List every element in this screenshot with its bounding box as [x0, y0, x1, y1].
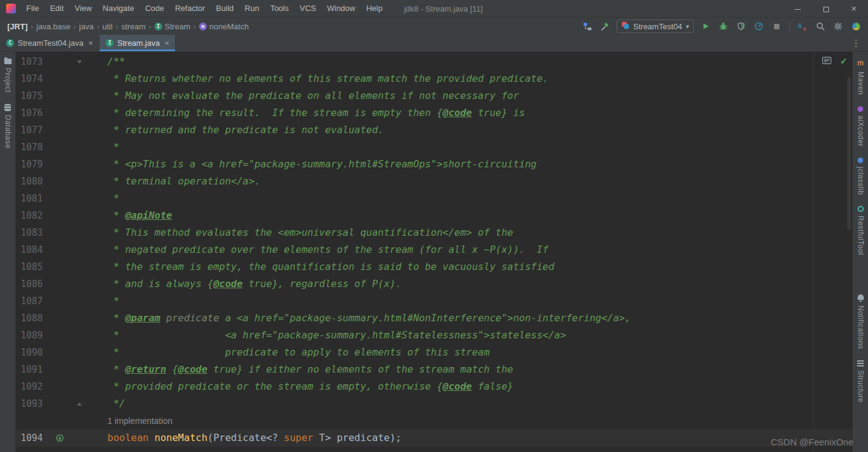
close-icon[interactable]: × [89, 38, 93, 48]
menu-item-navigate[interactable]: Navigate [97, 0, 139, 17]
line-number[interactable]: 1077 [16, 122, 48, 139]
code-text: boolean noneMatch(Predicate<? super T> p… [87, 429, 852, 447]
menu-item-tools[interactable]: Tools [265, 0, 294, 17]
line-number[interactable]: 1078 [16, 139, 48, 156]
tool-button-jclasslib[interactable]: jclasslib [856, 158, 865, 195]
editor[interactable]: 1073/**1074 * Returns whether no element… [16, 52, 852, 452]
line-number[interactable]: 1092 [16, 378, 48, 395]
fold-end-icon[interactable] [72, 395, 87, 412]
line-number[interactable]: 1074 [16, 70, 48, 87]
breadcrumb-item-stream[interactable]: IStream [154, 22, 190, 31]
close-icon[interactable]: × [165, 38, 170, 48]
menu-item-build[interactable]: Build [211, 0, 239, 17]
minimize-button[interactable] [784, 0, 812, 17]
breadcrumb-item-util[interactable]: util [103, 22, 113, 31]
breadcrumb-item-java[interactable]: java [79, 22, 94, 31]
code-text: */ [87, 395, 852, 412]
line-number[interactable]: 1093 [16, 395, 48, 412]
scrollbar[interactable] [847, 78, 851, 230]
code-line: 1089 * <a href="package-summary.html#Sta… [16, 327, 852, 344]
gutter-slot [48, 87, 72, 104]
debug-button[interactable] [717, 20, 729, 32]
code-segment: @code [443, 381, 472, 392]
stop-button[interactable] [770, 20, 783, 32]
fold-column [72, 327, 87, 344]
tool-button-project[interactable]: Project [4, 57, 12, 93]
more-options-icon[interactable]: ⋮ [844, 35, 868, 51]
chevron-right-icon: › [193, 22, 196, 31]
run-button[interactable] [700, 20, 712, 32]
search-everywhere-button[interactable] [814, 20, 826, 32]
run-config-select[interactable]: StreamTest04 ▾ [617, 20, 694, 33]
line-number[interactable]: 1090 [16, 344, 48, 361]
code-text: * determining the result. If the stream … [87, 104, 852, 122]
menu-item-edit[interactable]: Edit [45, 0, 69, 17]
line-number[interactable]: 1088 [16, 310, 48, 327]
tool-button-label: aiXcoder [856, 115, 865, 147]
fold-column [72, 139, 87, 156]
line-number[interactable]: 1076 [16, 104, 48, 122]
code-segment: true} if either no elements of the strea… [208, 363, 513, 375]
line-number[interactable]: 1081 [16, 190, 48, 207]
file-type-icon: C [6, 39, 14, 47]
breadcrumb-item-nonematch[interactable]: mnoneMatch [199, 22, 248, 31]
line-number[interactable]: 1083 [16, 224, 48, 241]
tab-streamtest04-java[interactable]: CStreamTest04.java× [0, 35, 99, 51]
menu-item-code[interactable]: Code [140, 0, 170, 17]
settings-gear-button[interactable] [832, 20, 844, 32]
plugin-ball-icon[interactable] [850, 20, 862, 32]
menu-item-run[interactable]: Run [239, 0, 265, 17]
line-number[interactable]: 1094 [16, 429, 48, 447]
line-number[interactable]: 1080 [16, 173, 48, 190]
maximize-button[interactable] [812, 0, 840, 17]
window-controls: × [784, 0, 868, 17]
maximize-icon [823, 7, 829, 12]
line-number[interactable]: 1073 [16, 53, 48, 70]
menu-item-file[interactable]: File [21, 0, 45, 17]
code-segment: * predicate to apply to elements of this… [107, 346, 490, 358]
coverage-button[interactable] [735, 20, 747, 32]
line-number[interactable]: 1091 [16, 361, 48, 378]
gutter-slot [48, 293, 72, 310]
tool-button-label: Notifications [856, 305, 865, 349]
project-structure-icon[interactable] [581, 20, 593, 32]
code-segment: true}, regardless of P(x). [243, 278, 402, 290]
fold-column [72, 293, 87, 310]
translate-button[interactable]: Aa [797, 20, 809, 32]
menu-item-refactor[interactable]: Refactor [170, 0, 211, 17]
inspections-ok-icon[interactable]: ✓ [840, 56, 847, 66]
tab-stream-java[interactable]: IStream.java× [99, 35, 176, 51]
fold-start-icon[interactable] [72, 53, 87, 70]
line-number[interactable]: 1084 [16, 241, 48, 258]
line-number[interactable]: 1085 [16, 258, 48, 275]
breadcrumb-item-java-base[interactable]: java.base [37, 22, 71, 31]
build-hammer-icon[interactable] [599, 20, 611, 32]
breadcrumb-root[interactable]: [JRT] [7, 22, 27, 31]
line-number[interactable]: 1082 [16, 207, 48, 224]
tool-button-restfultool[interactable]: RestfulTool [856, 206, 865, 255]
menu-item-vcs[interactable]: VCS [294, 0, 322, 17]
menu-item-view[interactable]: View [69, 0, 97, 17]
menu-item-help[interactable]: Help [361, 0, 388, 17]
tool-button-database[interactable]: Database [4, 104, 12, 148]
code-segment: * Returns whether no elements of this st… [107, 73, 548, 84]
implements-gutter-icon[interactable] [48, 429, 72, 447]
tool-button-structure[interactable]: Structure [856, 360, 865, 403]
tool-button-notifications[interactable]: Notifications [856, 294, 865, 349]
line-number[interactable]: 1086 [16, 275, 48, 293]
reader-mode-icon[interactable] [822, 56, 831, 67]
tool-button-aixcoder[interactable]: aiXcoder [856, 106, 865, 147]
fold-column [72, 258, 87, 275]
profiler-button[interactable] [753, 20, 765, 32]
breadcrumb-item-stream[interactable]: stream [121, 22, 146, 31]
close-button[interactable]: × [840, 0, 868, 17]
implementation-count-hint[interactable]: 1 implementation [107, 416, 173, 426]
gutter-slot [48, 241, 72, 258]
line-number[interactable]: 1087 [16, 293, 48, 310]
code-segment: * [107, 363, 125, 375]
line-number[interactable]: 1079 [16, 156, 48, 173]
line-number[interactable]: 1075 [16, 87, 48, 104]
menu-item-window[interactable]: Window [322, 0, 361, 17]
line-number[interactable]: 1089 [16, 327, 48, 344]
tool-button-maven[interactable]: Maven [856, 57, 865, 95]
